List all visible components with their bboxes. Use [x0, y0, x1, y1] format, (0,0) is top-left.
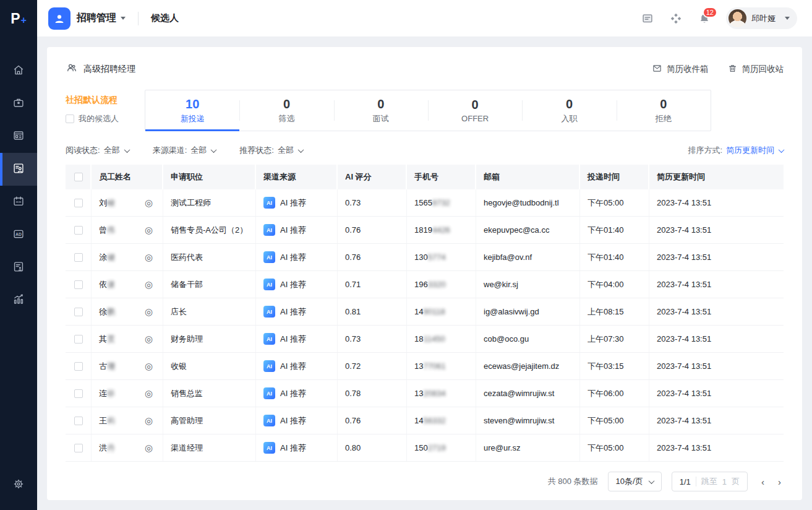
- preview-eye-icon[interactable]: ◎: [145, 361, 153, 372]
- resume-inbox-button[interactable]: 简历收件箱: [652, 63, 709, 76]
- phone-cell: 15658732: [407, 189, 476, 216]
- calendar-icon: [12, 194, 25, 210]
- sort-dropdown[interactable]: 排序方式: 简历更新时间: [688, 145, 784, 156]
- process-name[interactable]: 社招默认流程: [66, 95, 145, 106]
- preview-eye-icon[interactable]: ◎: [145, 388, 153, 399]
- table-row[interactable]: 连菲 ◎ 销售总监 AI AI 推荐 0.78 1320834 cezata@w…: [66, 380, 784, 407]
- col-header-email: 邮箱: [476, 165, 580, 189]
- stage-tab[interactable]: 0 OFFER: [428, 90, 522, 131]
- user-menu[interactable]: 邱叶娅: [726, 7, 797, 29]
- update-time: 2023-7-4 13:51: [649, 407, 784, 434]
- sort-label: 排序方式:: [688, 145, 722, 156]
- preview-eye-icon[interactable]: ◎: [145, 197, 153, 209]
- candidate-name: 曾: [99, 225, 107, 235]
- stage-count: 10: [186, 97, 199, 111]
- bell-icon[interactable]: 12: [698, 12, 711, 25]
- applied-position: 销售总监: [163, 380, 256, 407]
- page-size-select[interactable]: 10条/页: [608, 472, 662, 491]
- chevron-down-icon[interactable]: [121, 17, 126, 20]
- filter-dropdown[interactable]: 来源渠道: 全部: [153, 145, 216, 156]
- stage-tab[interactable]: 0 入职: [522, 90, 616, 131]
- table-row[interactable]: 洪丹 ◎ 渠道经理 AI AI 推荐 0.80 1502719 ure@ur.s…: [66, 434, 784, 462]
- filter-dropdown[interactable]: 阅读状态: 全部: [66, 145, 129, 156]
- col-header-phone: 手机号: [407, 165, 476, 189]
- sidebar-item-ads[interactable]: AD: [0, 218, 37, 251]
- table-row[interactable]: 曾伟 ◎ 销售专员-A公司（2） AI AI 推荐 0.76 18194426 …: [66, 217, 784, 244]
- stage-tab[interactable]: 0 筛选: [239, 90, 333, 131]
- prev-page-button[interactable]: ‹: [761, 477, 764, 486]
- stage-tab[interactable]: 10 新投递: [145, 90, 239, 131]
- candidate-name-redacted: 伟: [107, 225, 115, 235]
- tab-candidates[interactable]: 候选人: [151, 12, 179, 24]
- table-row[interactable]: 其贯 ◎ 财务助理 AI AI 推荐 0.73 1811450 cob@oco.…: [66, 326, 784, 353]
- row-select-cell: [66, 217, 92, 243]
- table-row[interactable]: 王莉 ◎ 高管助理 AI AI 推荐 0.76 1456332 steven@w…: [66, 407, 784, 434]
- row-checkbox[interactable]: [74, 226, 83, 235]
- col-header-ai-score: AI 评分: [338, 165, 407, 189]
- applied-position: 店长: [163, 298, 256, 325]
- stage-label: OFFER: [461, 114, 489, 123]
- ai-badge-icon: AI: [263, 279, 275, 290]
- row-checkbox[interactable]: [74, 335, 83, 344]
- sidebar-item-home[interactable]: [0, 54, 37, 87]
- jump-page-input[interactable]: 1: [722, 477, 727, 486]
- preview-eye-icon[interactable]: ◎: [145, 443, 153, 454]
- sidebar-item-briefcase[interactable]: [0, 87, 37, 120]
- total-count: 共 800 条数据: [548, 476, 598, 487]
- preview-eye-icon[interactable]: ◎: [145, 279, 153, 290]
- brand-logo[interactable]: P+: [0, 0, 37, 37]
- candidate-name-redacted: 丹: [107, 443, 115, 452]
- table-row[interactable]: 涂健 ◎ 医药代表 AI AI 推荐 0.76 1305774 kejibfa@…: [66, 244, 784, 271]
- stage-tab[interactable]: 0 拒绝: [617, 90, 711, 131]
- row-checkbox[interactable]: [74, 280, 83, 289]
- my-candidates-toggle[interactable]: 我的候选人: [66, 113, 145, 124]
- filter-dropdown[interactable]: 推荐状态: 全部: [239, 145, 303, 156]
- preview-eye-icon[interactable]: ◎: [145, 252, 153, 263]
- row-checkbox[interactable]: [74, 417, 83, 425]
- candidate-name: 古: [99, 361, 107, 371]
- candidate-name-cell: 古珊 ◎: [92, 353, 163, 379]
- role-info: 高级招聘经理: [66, 62, 135, 76]
- chevron-down-icon: [648, 478, 654, 484]
- preview-eye-icon[interactable]: ◎: [145, 334, 153, 345]
- row-checkbox[interactable]: [74, 362, 83, 371]
- sidebar-item-settings[interactable]: [0, 469, 37, 501]
- message-icon[interactable]: [641, 12, 654, 25]
- row-checkbox[interactable]: [74, 444, 83, 452]
- resume-recycle-label: 简历回收站: [742, 64, 784, 75]
- table-row[interactable]: 依潇 ◎ 储备干部 AI AI 推荐 0.71 1963320 we@kir.s…: [66, 271, 784, 298]
- resume-recycle-button[interactable]: 简历回收站: [727, 63, 784, 76]
- app-avatar-icon: [48, 7, 71, 30]
- table-row[interactable]: 刘峻 ◎ 测试工程师 AI AI 推荐 0.73 15658732 hegovj…: [66, 189, 784, 217]
- sidebar-item-analytics[interactable]: [0, 284, 37, 317]
- sidebar-item-calendar[interactable]: [0, 186, 37, 218]
- row-checkbox[interactable]: [74, 389, 83, 398]
- next-page-button[interactable]: ›: [778, 477, 781, 486]
- table-row[interactable]: 徐鹏 ◎ 店长 AI AI 推荐 0.81 1490118 ig@alasivw…: [66, 298, 784, 326]
- sidebar-item-positions[interactable]: [0, 120, 37, 153]
- preview-eye-icon[interactable]: ◎: [145, 415, 153, 426]
- ai-score: 0.73: [338, 326, 407, 352]
- sidebar-item-candidates[interactable]: [0, 153, 37, 186]
- chevron-down-icon: [779, 147, 785, 153]
- apps-diamond-icon[interactable]: [669, 12, 683, 25]
- table-row[interactable]: 古珊 ◎ 收银 AI AI 推荐 0.72 1377061 ecewas@jej…: [66, 353, 784, 380]
- delivery-time: 下午05:00: [580, 189, 649, 216]
- sidebar-item-report[interactable]: [0, 251, 37, 284]
- delivery-time: 下午03:15: [580, 353, 649, 379]
- my-candidates-checkbox[interactable]: [66, 115, 74, 123]
- top-right-actions: 12 邱叶娅: [641, 7, 797, 29]
- preview-eye-icon[interactable]: ◎: [145, 225, 153, 236]
- app-title[interactable]: 招聘管理: [77, 12, 116, 25]
- gear-icon: [12, 477, 25, 493]
- email: cob@oco.gu: [476, 326, 580, 352]
- update-time: 2023-7-4 13:51: [649, 189, 784, 216]
- stage-tab[interactable]: 0 面试: [334, 90, 428, 131]
- select-all-checkbox[interactable]: [74, 173, 83, 181]
- stage-tabs: 10 新投递 0 筛选 0 面试: [145, 90, 711, 131]
- row-checkbox[interactable]: [74, 199, 83, 207]
- preview-eye-icon[interactable]: ◎: [145, 306, 153, 318]
- team-icon: [66, 62, 78, 76]
- row-checkbox[interactable]: [74, 308, 83, 316]
- row-checkbox[interactable]: [74, 253, 83, 262]
